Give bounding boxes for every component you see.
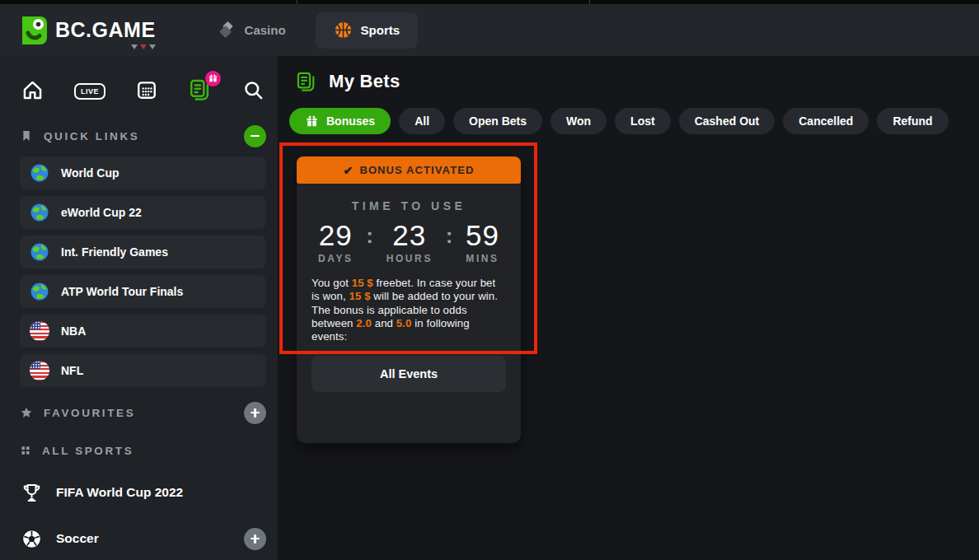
us-flag-icon [30, 361, 49, 380]
filter-label: Cashed Out [695, 114, 760, 128]
mins-label: MINS [466, 253, 499, 264]
sidebar-item-eworld-cup-22[interactable]: eWorld Cup 22 [20, 196, 266, 229]
logo-pennants-decoration [131, 44, 156, 49]
favourites-header: FAVOURITES [20, 400, 269, 425]
trophy-icon [20, 482, 43, 504]
gift-icon [305, 114, 319, 128]
sport-label: Soccer [56, 531, 99, 546]
app-header: BC.GAME Casino [0, 4, 979, 56]
sidebar-item-world-cup[interactable]: World Cup [20, 156, 266, 189]
sidebar-item-atp-world-tour-finals[interactable]: ATP World Tour Finals [20, 275, 266, 308]
primary-nav: Casino Sports [199, 12, 419, 49]
live-label: LIVE [74, 83, 105, 100]
quick-link-label: eWorld Cup 22 [61, 206, 142, 219]
star-icon [20, 406, 33, 419]
bcgame-logo[interactable]: BC.GAME [16, 14, 156, 47]
quick-link-label: ATP World Tour Finals [61, 285, 183, 298]
expand-soccer-button[interactable] [244, 528, 266, 550]
globe-icon [30, 282, 49, 301]
quick-link-label: NFL [61, 364, 83, 377]
bet-filters: Bonuses All Open Bets Won Lost Cashed Ou… [289, 108, 979, 134]
soccer-ball-icon [20, 528, 43, 550]
days-value: 29 [318, 221, 354, 250]
nav-tab-casino-label: Casino [245, 23, 286, 37]
nav-tab-sports-label: Sports [361, 23, 400, 37]
days-label: DAYS [318, 253, 354, 264]
filter-label: Open Bets [469, 114, 527, 128]
sidebar-item-fifa-world-cup-2022[interactable]: FIFA World Cup 2022 [20, 476, 269, 509]
gift-badge-icon [205, 71, 221, 86]
sport-label: FIFA World Cup 2022 [56, 485, 183, 500]
sidebar-icon-nav: LIVE [20, 64, 269, 110]
all-events-button[interactable]: All Events [312, 356, 506, 392]
timer-title: TIME TO USE [297, 199, 521, 212]
globe-icon [30, 242, 49, 262]
globe-icon [30, 203, 49, 222]
quick-link-label: World Cup [61, 166, 119, 180]
grid-icon [20, 445, 31, 456]
add-favourite-button[interactable] [244, 402, 266, 424]
nav-tab-sports[interactable]: Sports [316, 12, 419, 49]
quick-link-label: Int. Friendly Games [61, 245, 168, 259]
countdown-hours: 23 HOURS [386, 221, 433, 264]
filter-chip-refund[interactable]: Refund [877, 108, 948, 134]
filter-chip-won[interactable]: Won [550, 108, 607, 134]
sidebar: LIVE [0, 56, 278, 560]
bonus-card: ✔ BONUS ACTIVATED TIME TO USE 29 DAYS : … [297, 156, 521, 443]
filter-label: Won [566, 114, 591, 128]
globe-icon [30, 163, 49, 183]
us-flag-icon [30, 321, 49, 341]
filter-chip-open-bets[interactable]: Open Bets [453, 108, 542, 134]
my-bets-icon [295, 71, 317, 93]
filter-label: Lost [630, 114, 655, 128]
mins-value: 59 [466, 221, 499, 250]
filter-label: Refund [892, 114, 932, 128]
all-sports-header: ALL SPORTS [20, 438, 269, 463]
quick-links-header: QUICK LINKS [20, 124, 269, 148]
browser-edge-strip [0, 0, 979, 4]
casino-cards-icon [217, 21, 237, 40]
countdown-separator: : [366, 223, 373, 249]
main-content: My Bets Bonuses All Open Bets Won Lost C… [278, 56, 979, 560]
page-title: My Bets [329, 71, 400, 92]
sidebar-item-soccer[interactable]: Soccer [20, 522, 269, 555]
my-bets-icon[interactable] [188, 78, 212, 102]
favourites-title: FAVOURITES [44, 407, 135, 419]
all-sports-title: ALL SPORTS [42, 445, 134, 457]
plus-icon [251, 534, 260, 544]
filter-label: Cancelled [799, 114, 853, 128]
bonus-status-banner: ✔ BONUS ACTIVATED [297, 156, 521, 184]
all-events-label: All Events [380, 367, 438, 380]
basketball-icon [334, 21, 353, 40]
bonus-countdown: 29 DAYS : 23 HOURS : 59 MINS [297, 221, 521, 264]
countdown-separator: : [446, 223, 453, 249]
nav-tab-casino[interactable]: Casino [199, 12, 304, 49]
check-icon: ✔ [344, 164, 354, 177]
minus-icon [251, 135, 260, 138]
hours-value: 23 [386, 221, 433, 250]
logo-text: BC.GAME [55, 18, 156, 42]
search-icon[interactable] [242, 79, 265, 101]
countdown-days: 29 DAYS [318, 221, 354, 264]
filter-chip-bonuses[interactable]: Bonuses [289, 108, 391, 134]
quick-link-label: NBA [61, 324, 86, 338]
filter-chip-all[interactable]: All [399, 108, 445, 134]
bcgame-logo-icon [16, 14, 49, 47]
live-events-icon[interactable]: LIVE [74, 82, 105, 97]
sidebar-item-int-friendly-games[interactable]: Int. Friendly Games [20, 236, 266, 268]
collapse-quick-links-button[interactable] [244, 125, 266, 147]
hours-label: HOURS [386, 253, 433, 264]
countdown-mins: 59 MINS [466, 221, 499, 264]
bonus-status-label: BONUS ACTIVATED [359, 164, 474, 176]
calendar-icon[interactable] [136, 79, 157, 100]
sidebar-item-nba[interactable]: NBA [20, 315, 266, 348]
page-title-row: My Bets [295, 69, 979, 94]
bookmark-icon [20, 129, 33, 142]
home-icon[interactable] [21, 79, 44, 101]
bonus-description: You got 15 $ freebet. In case your bet i… [312, 277, 506, 344]
filter-label: All [415, 114, 429, 128]
filter-chip-cancelled[interactable]: Cancelled [783, 108, 869, 134]
sidebar-item-nfl[interactable]: NFL [20, 354, 266, 387]
filter-chip-cashed-out[interactable]: Cashed Out [679, 108, 775, 134]
filter-chip-lost[interactable]: Lost [615, 108, 671, 134]
